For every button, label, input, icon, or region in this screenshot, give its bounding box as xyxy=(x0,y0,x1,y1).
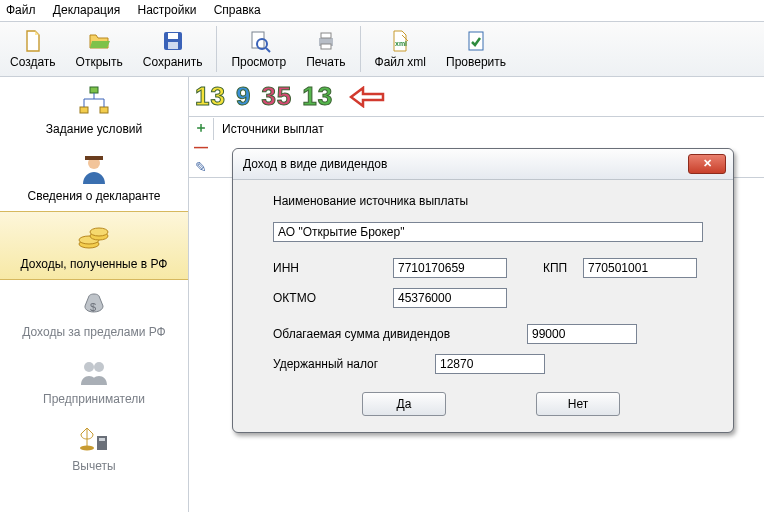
new-file-icon xyxy=(21,29,45,53)
save-icon xyxy=(161,29,185,53)
rate-13-green[interactable]: 13 xyxy=(302,81,333,112)
sidebar-label-entrepreneurs: Предприниматели xyxy=(43,392,145,406)
preview-button[interactable]: Просмотр xyxy=(221,22,296,76)
name-label: Наименование источника выплаты xyxy=(273,194,709,208)
svg-rect-2 xyxy=(168,42,178,49)
xml-button[interactable]: xml Файл xml xyxy=(365,22,437,76)
sidebar-item-declarant[interactable]: Сведения о декларанте xyxy=(0,144,188,211)
close-button[interactable]: ✕ xyxy=(688,154,726,174)
sidebar-item-conditions[interactable]: Задание условий xyxy=(0,77,188,144)
save-button[interactable]: Сохранить xyxy=(133,22,213,76)
dialog-titlebar[interactable]: Доход в виде дивидендов ✕ xyxy=(233,149,733,180)
menu-file[interactable]: Файл xyxy=(6,3,36,17)
taxable-input[interactable] xyxy=(527,324,637,344)
svg-text:xml: xml xyxy=(395,40,407,47)
name-input[interactable] xyxy=(273,222,703,242)
magnifier-doc-icon xyxy=(247,29,271,53)
create-label: Создать xyxy=(10,55,56,69)
yes-button[interactable]: Да xyxy=(362,392,446,416)
edit-source-button[interactable]: ✎ xyxy=(194,160,208,174)
money-bag-icon: $ xyxy=(77,288,111,322)
sources-toolbar: ＋ — ✎ xyxy=(189,117,213,177)
sidebar-item-income-abroad[interactable]: $ Доходы за пределами РФ xyxy=(0,280,188,347)
kpp-input[interactable] xyxy=(583,258,697,278)
rate-9[interactable]: 9 xyxy=(236,81,251,112)
rate-13-yellow[interactable]: 13 xyxy=(195,81,226,112)
sidebar-label-income-rf: Доходы, полученные в РФ xyxy=(21,257,168,271)
remove-source-button[interactable]: — xyxy=(194,140,208,154)
svg-rect-11 xyxy=(90,87,98,93)
sidebar-label-income-abroad: Доходы за пределами РФ xyxy=(22,325,165,339)
check-doc-icon xyxy=(464,29,488,53)
sidebar-label-declarant: Сведения о декларанте xyxy=(28,189,161,203)
print-label: Печать xyxy=(306,55,345,69)
svg-text:$: $ xyxy=(90,301,96,313)
inn-label: ИНН xyxy=(273,261,393,275)
create-button[interactable]: Создать xyxy=(0,22,66,76)
oktmo-label: ОКТМО xyxy=(273,291,393,305)
menubar: Файл Декларация Настройки Справка xyxy=(0,0,764,21)
withheld-input[interactable] xyxy=(435,354,545,374)
scales-calc-icon xyxy=(77,422,111,456)
svg-line-5 xyxy=(266,48,270,52)
folder-open-icon xyxy=(87,29,111,53)
svg-rect-10 xyxy=(469,32,483,50)
xml-label: Файл xml xyxy=(375,55,427,69)
sidebar-label-conditions: Задание условий xyxy=(46,122,142,136)
coins-icon xyxy=(77,220,111,254)
add-source-button[interactable]: ＋ xyxy=(194,120,208,134)
svg-rect-12 xyxy=(80,107,88,113)
person-icon xyxy=(77,152,111,186)
save-label: Сохранить xyxy=(143,55,203,69)
sidebar-item-deductions[interactable]: Вычеты xyxy=(0,414,188,481)
dialog-title: Доход в виде дивидендов xyxy=(243,157,387,171)
no-button[interactable]: Нет xyxy=(536,392,620,416)
sidebar-item-entrepreneurs[interactable]: Предприниматели xyxy=(0,347,188,414)
people-icon xyxy=(77,355,111,389)
menu-help[interactable]: Справка xyxy=(214,3,261,17)
rate-35[interactable]: 35 xyxy=(261,81,292,112)
svg-rect-7 xyxy=(321,33,331,38)
preview-label: Просмотр xyxy=(231,55,286,69)
sidebar-label-deductions: Вычеты xyxy=(72,459,115,473)
svg-point-25 xyxy=(80,446,94,451)
inn-input[interactable] xyxy=(393,258,507,278)
svg-point-19 xyxy=(90,228,108,236)
taxable-label: Облагаемая сумма дивидендов xyxy=(273,327,527,341)
svg-rect-13 xyxy=(100,107,108,113)
withheld-label: Удержанный налог xyxy=(273,357,435,371)
flowchart-icon xyxy=(77,85,111,119)
arrow-left-icon xyxy=(349,86,385,108)
svg-rect-15 xyxy=(85,156,103,160)
printer-icon xyxy=(314,29,338,53)
svg-point-22 xyxy=(94,362,104,372)
open-button[interactable]: Открыть xyxy=(66,22,133,76)
oktmo-input[interactable] xyxy=(393,288,507,308)
menu-declaration[interactable]: Декларация xyxy=(53,3,120,17)
sources-header: Источники выплат xyxy=(213,118,764,140)
svg-rect-1 xyxy=(168,33,178,39)
dividend-income-dialog: Доход в виде дивидендов ✕ Наименование и… xyxy=(232,148,734,433)
kpp-label: КПП xyxy=(543,261,583,275)
sidebar: Задание условий Сведения о декларанте До… xyxy=(0,77,189,512)
svg-point-21 xyxy=(84,362,94,372)
check-label: Проверить xyxy=(446,55,506,69)
xml-file-icon: xml xyxy=(388,29,412,53)
print-button[interactable]: Печать xyxy=(296,22,355,76)
toolbar: Создать Открыть Сохранить Просмотр Печат… xyxy=(0,21,764,77)
check-button[interactable]: Проверить xyxy=(436,22,516,76)
menu-settings[interactable]: Настройки xyxy=(138,3,197,17)
svg-rect-24 xyxy=(99,438,105,441)
rate-selector-row: 13 9 35 13 xyxy=(189,77,764,117)
open-label: Открыть xyxy=(76,55,123,69)
sidebar-item-income-rf[interactable]: Доходы, полученные в РФ xyxy=(0,211,188,280)
svg-rect-8 xyxy=(321,44,331,49)
